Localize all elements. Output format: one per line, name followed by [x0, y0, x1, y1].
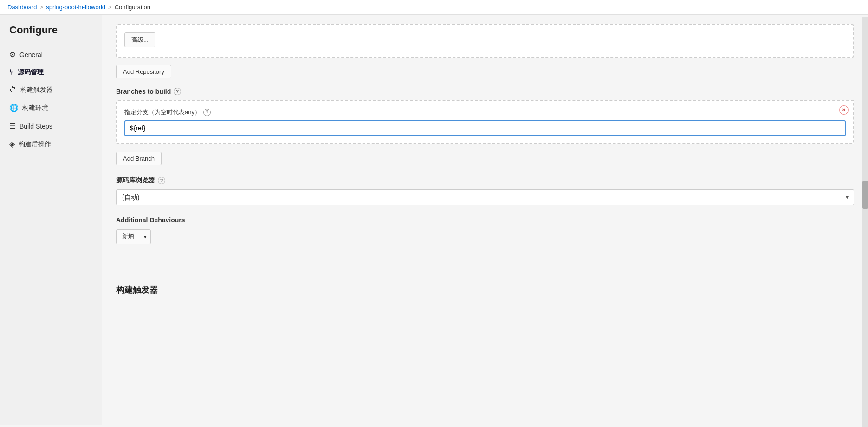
- scrollbar-track: [862, 17, 868, 427]
- source-browser-select-wrapper: (自动) ▾: [116, 189, 854, 205]
- scrollbar-thumb[interactable]: [862, 181, 868, 209]
- sidebar: Configure ⚙ General ⑂ 源码管理 ⏱ 构建触发器 🌐 构建环…: [0, 15, 102, 425]
- gear-icon: ⚙: [9, 50, 16, 59]
- sidebar-item-general[interactable]: ⚙ General: [0, 45, 102, 64]
- breadcrumb-sep-1: >: [40, 4, 44, 11]
- branch-field-label-text: 指定分支（为空时代表any）: [124, 108, 201, 116]
- sidebar-item-source-mgmt[interactable]: ⑂ 源码管理: [0, 64, 102, 81]
- main-content: 高级... Add Repository Branches to build ?…: [102, 15, 868, 425]
- sidebar-item-build-steps[interactable]: ☰ Build Steps: [0, 117, 102, 135]
- source-browser-label-text: 源码库浏览器: [116, 176, 155, 185]
- add-behaviour-main-button[interactable]: 新增: [117, 230, 140, 244]
- breadcrumb-sep-2: >: [108, 4, 112, 11]
- sidebar-label-build-steps: Build Steps: [19, 123, 52, 130]
- diamond-icon: ◈: [9, 140, 15, 149]
- sidebar-label-source-mgmt: 源码管理: [18, 68, 44, 77]
- advanced-section-box: 高级...: [116, 24, 854, 58]
- additional-behaviours-label: Additional Behaviours: [116, 216, 854, 224]
- branch-entry-box: 指定分支（为空时代表any） ? ×: [116, 100, 854, 144]
- branches-help-icon[interactable]: ?: [174, 88, 181, 95]
- apply-bar: 应用: [0, 425, 868, 427]
- sidebar-item-build-env[interactable]: 🌐 构建环境: [0, 99, 102, 117]
- source-browser-select[interactable]: (自动): [116, 189, 854, 205]
- add-behaviour-split-button: 新增 ▾: [116, 229, 151, 244]
- branches-section: Branches to build ? 指定分支（为空时代表any） ? × A…: [116, 88, 854, 165]
- branches-label: Branches to build ?: [116, 88, 854, 95]
- add-behaviour-arrow-button[interactable]: ▾: [140, 230, 150, 244]
- branch-icon: ⑂: [9, 68, 14, 77]
- build-triggers-title: 构建触发器: [116, 285, 854, 296]
- sidebar-label-post-build: 构建后操作: [19, 140, 51, 149]
- layout: Configure ⚙ General ⑂ 源码管理 ⏱ 构建触发器 🌐 构建环…: [0, 15, 868, 425]
- branch-input[interactable]: [124, 120, 846, 136]
- branch-field-help-icon[interactable]: ?: [203, 109, 211, 116]
- sidebar-item-build-triggers[interactable]: ⏱ 构建触发器: [0, 81, 102, 99]
- sidebar-label-build-env: 构建环境: [22, 104, 48, 112]
- branch-box-label: 指定分支（为空时代表any） ?: [124, 108, 846, 116]
- add-branch-button[interactable]: Add Branch: [116, 152, 162, 165]
- sidebar-label-general: General: [19, 51, 43, 58]
- section-divider: [116, 275, 854, 275]
- globe-icon: 🌐: [9, 104, 19, 112]
- add-repository-section: Add Repository: [116, 65, 854, 78]
- advanced-button[interactable]: 高级...: [124, 32, 155, 47]
- source-browser-help-icon[interactable]: ?: [158, 177, 165, 184]
- sidebar-item-post-build[interactable]: ◈ 构建后操作: [0, 135, 102, 153]
- breadcrumb-dashboard[interactable]: Dashboard: [7, 4, 37, 11]
- add-repository-button[interactable]: Add Repository: [116, 65, 171, 78]
- sidebar-title: Configure: [0, 24, 102, 45]
- branches-label-text: Branches to build: [116, 88, 171, 95]
- timer-icon: ⏱: [9, 86, 17, 94]
- list-icon: ☰: [9, 122, 16, 130]
- source-browser-label: 源码库浏览器 ?: [116, 176, 854, 185]
- breadcrumb-current: Configuration: [115, 4, 150, 11]
- breadcrumb-project[interactable]: spring-boot-helloworld: [46, 4, 105, 11]
- breadcrumb: Dashboard > spring-boot-helloworld > Con…: [0, 0, 868, 15]
- source-browser-section: 源码库浏览器 ? (自动) ▾: [116, 176, 854, 205]
- branch-close-button[interactable]: ×: [839, 105, 849, 115]
- additional-behaviours-section: Additional Behaviours 新增 ▾: [116, 216, 854, 244]
- sidebar-label-build-triggers: 构建触发器: [20, 86, 53, 94]
- build-triggers-bottom-section: 构建触发器: [116, 258, 854, 296]
